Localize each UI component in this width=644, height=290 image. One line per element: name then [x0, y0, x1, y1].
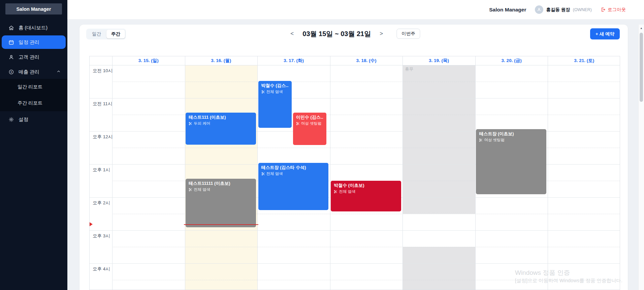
service-label: 전체 염색: [266, 89, 283, 94]
appointment-block[interactable]: 이민수 (김스...여성 셋팅펌: [293, 113, 327, 145]
appointment-service: 전체 염색: [261, 89, 289, 94]
appointment-service: 여성 셋팅펌: [479, 138, 543, 143]
user-chip[interactable]: 홍길동 원장 (OWNER): [535, 5, 592, 14]
sidebar-item-settings[interactable]: 설정: [0, 113, 67, 126]
time-label-0: 오전 10시: [93, 68, 112, 74]
logout-icon: [601, 7, 606, 12]
scissors-icon: [189, 188, 192, 192]
next-week-button[interactable]: >: [376, 30, 386, 37]
grid-vline: [402, 56, 403, 290]
sidebar-brand: Salon Manager: [5, 3, 62, 14]
top-bar: Salon Manager 홍길동 원장 (OWNER) 로그아웃: [67, 0, 644, 19]
grid-hour-line: [90, 230, 620, 231]
sidebar-subitem-label: 주간 리포트: [18, 100, 42, 106]
won-icon: $: [8, 69, 14, 75]
appointment-title: 테스트11111 (이초보): [189, 181, 253, 186]
appointment-service: 두피 케어: [189, 121, 253, 126]
day-header-3: 3. 18. (수): [330, 56, 403, 65]
appointment-block[interactable]: 테스트111 (이초보)두피 케어: [186, 113, 256, 145]
prev-week-button[interactable]: <: [287, 30, 297, 37]
date-range-title: 03월 15일 ~ 03월 21일: [302, 29, 371, 38]
grid-vline: [475, 56, 476, 290]
day-header-4: 3. 19. (목): [402, 56, 475, 65]
header-brand: Salon Manager: [489, 7, 526, 13]
user-name: 홍길동 원장: [546, 7, 570, 13]
time-label-2: 오후 12시: [93, 134, 112, 140]
grid-header-line: [90, 65, 620, 65]
appointment-title: 테스트111 (이초보): [189, 115, 253, 120]
service-label: 전체 염색: [266, 171, 283, 176]
windows-watermark: Windows 정품 인증 [설정]으로 이동하여 Windows를 정품 인증…: [515, 269, 622, 284]
watermark-line1: Windows 정품 인증: [515, 269, 622, 277]
sidebar-subitem-0[interactable]: 일간 리포트: [0, 79, 67, 95]
appointment-title: 박철수 (김스...: [261, 83, 289, 88]
schedule-card: 일간 주간 < 03월 15일 ~ 03월 21일 > 이번주 + 새 예약 휴…: [79, 25, 628, 290]
appointment-block[interactable]: 테스트11111 (이초보)전체 염색: [186, 179, 256, 227]
calendar-icon: [8, 39, 14, 45]
person-icon: [537, 7, 541, 12]
sidebar-item-label: 설정: [19, 116, 28, 123]
user-icon: [8, 54, 14, 60]
grid-vline: [548, 56, 548, 290]
scrollbar[interactable]: ▲: [638, 25, 644, 290]
grid-vline: [330, 56, 330, 290]
appointment-service: 여성 셋팅펌: [296, 121, 324, 126]
today-column-bg: [185, 65, 258, 290]
sidebar-item-2[interactable]: 고객 관리: [0, 50, 67, 64]
day-header-2: 3. 17. (화): [257, 56, 330, 65]
logout-button[interactable]: 로그아웃: [601, 7, 626, 13]
appointment-title: 테스트장 (이초보): [479, 131, 543, 137]
scissors-icon: [334, 190, 337, 194]
home-icon: [8, 25, 14, 31]
grid-vline: [112, 56, 112, 290]
scissors-icon: [296, 122, 300, 125]
time-label-5: 오후 3시: [93, 233, 110, 239]
sidebar-item-0[interactable]: 홈 (대시보드): [0, 21, 67, 34]
service-label: 여성 셋팅펌: [484, 138, 505, 143]
view-day-button[interactable]: 일간: [87, 30, 106, 38]
grid-vline: [185, 56, 185, 290]
svg-text:$: $: [10, 70, 12, 74]
appointment-title: 이민수 (김스...: [296, 115, 324, 120]
appointment-block[interactable]: 박철수 (김스...전체 염색: [258, 81, 292, 128]
appointment-service: 전체 염색: [189, 187, 253, 192]
grid-hour-line: [90, 263, 620, 264]
service-label: 전체 염색: [339, 189, 355, 194]
sidebar-item-1[interactable]: 일정 관리: [2, 35, 66, 49]
sidebar-item-label: 일정 관리: [19, 39, 39, 46]
logout-label: 로그아웃: [608, 7, 626, 13]
grid-vline: [257, 56, 258, 290]
sidebar-subitem-label: 일간 리포트: [18, 84, 42, 90]
sidebar: Salon Manager 홈 (대시보드)일정 관리고객 관리$매출 관리일간…: [0, 0, 67, 290]
current-time-marker: [90, 222, 95, 226]
watermark-line2: [설정]으로 이동하여 Windows를 정품 인증합니다.: [515, 277, 622, 284]
day-header-1: 3. 16. (월): [185, 56, 258, 65]
app-root: Salon Manager 홈 (대시보드)일정 관리고객 관리$매출 관리일간…: [0, 0, 644, 290]
sidebar-item-label: 홈 (대시보드): [19, 25, 47, 31]
closed-day-label: 휴무: [405, 66, 413, 72]
day-header-0: 3. 15. (일): [112, 56, 185, 65]
scissors-icon: [479, 138, 483, 142]
this-week-button[interactable]: 이번주: [396, 29, 420, 39]
view-week-button[interactable]: 주간: [106, 30, 125, 38]
service-label: 두피 케어: [194, 121, 210, 126]
grid-hour-line: [90, 98, 620, 98]
time-label-4: 오후 2시: [93, 200, 110, 206]
service-label: 여성 셋팅펌: [301, 121, 322, 126]
sidebar-item-label: 매출 관리: [19, 69, 39, 75]
scissors-icon: [261, 90, 265, 94]
new-appointment-button[interactable]: + 새 예약: [590, 28, 620, 39]
scrollbar-thumb[interactable]: [640, 33, 643, 102]
appointment-block[interactable]: 테스트장 (김스타 수석)전체 염색: [258, 163, 329, 210]
time-label-3: 오후 1시: [93, 167, 110, 173]
sidebar-subitem-1[interactable]: 주간 리포트: [0, 95, 67, 111]
appointment-service: 전체 염색: [261, 171, 326, 176]
appointment-block[interactable]: 박철수 (이초보)전체 염색: [331, 181, 401, 211]
closed-day-bg: [402, 247, 475, 290]
time-label-6: 오후 4시: [93, 266, 110, 272]
appointment-block[interactable]: 테스트장 (이초보)여성 셋팅펌: [476, 129, 546, 194]
day-header-6: 3. 21. (토): [548, 56, 620, 65]
calendar-grid[interactable]: 휴무3. 15. (일)3. 16. (월)3. 17. (화)3. 18. (…: [89, 56, 620, 290]
scroll-up-arrow[interactable]: ▲: [639, 27, 644, 30]
sidebar-item-3[interactable]: $매출 관리: [0, 65, 67, 79]
